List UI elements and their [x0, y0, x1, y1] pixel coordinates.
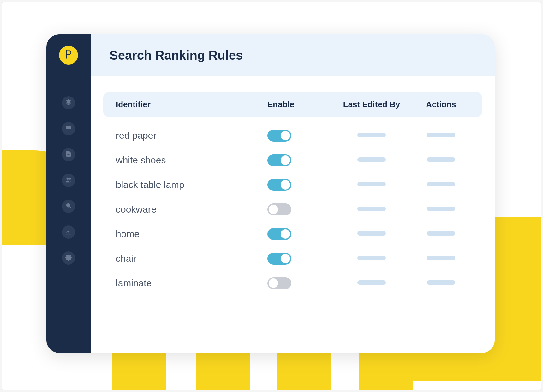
enable-cell	[267, 179, 331, 191]
placeholder-pill	[357, 280, 386, 285]
enable-toggle[interactable]	[267, 277, 291, 289]
placeholder-pill	[357, 207, 386, 211]
identifier-cell: red paper	[116, 130, 267, 141]
sidebar-item-analytics[interactable]	[62, 225, 75, 239]
enable-cell	[267, 154, 331, 166]
actions-cell	[413, 280, 469, 286]
column-header-enable: Enable	[267, 100, 331, 109]
sidebar	[46, 34, 91, 353]
enable-toggle[interactable]	[267, 228, 291, 240]
sidebar-item-settings[interactable]	[62, 251, 75, 265]
svg-rect-1	[66, 126, 71, 129]
users-icon	[65, 176, 72, 184]
svg-point-2	[67, 178, 69, 180]
last-edited-cell	[331, 157, 413, 163]
document-icon	[65, 150, 72, 159]
enable-toggle[interactable]	[267, 203, 291, 215]
sidebar-item-monitor[interactable]	[62, 122, 75, 135]
enable-cell	[267, 228, 331, 240]
toggle-knob	[281, 155, 290, 165]
monitor-icon	[65, 125, 72, 133]
placeholder-pill	[427, 231, 455, 236]
last-edited-cell	[331, 280, 413, 286]
page-title: Search Ranking Rules	[110, 48, 476, 62]
search-icon	[65, 202, 72, 210]
main-content: Search Ranking Rules Identifier Enable L…	[91, 34, 495, 353]
column-header-last-edited: Last Edited By	[331, 100, 413, 109]
enable-toggle[interactable]	[267, 179, 291, 191]
enable-cell	[267, 130, 331, 142]
sidebar-item-search[interactable]	[62, 200, 75, 213]
svg-point-4	[66, 203, 70, 208]
actions-cell	[413, 133, 469, 138]
placeholder-pill	[427, 280, 455, 285]
gear-icon	[65, 254, 72, 262]
placeholder-pill	[357, 256, 386, 260]
actions-cell	[413, 231, 469, 237]
placeholder-pill	[427, 256, 455, 260]
placeholder-pill	[357, 133, 386, 137]
toggle-knob	[281, 254, 290, 263]
table-row: red paper	[116, 123, 469, 148]
table-row: cookware	[116, 197, 469, 222]
placeholder-pill	[427, 182, 455, 186]
placeholder-pill	[357, 182, 386, 186]
toggle-knob	[281, 131, 290, 140]
last-edited-cell	[331, 256, 413, 261]
table-row: laminate	[116, 271, 469, 295]
svg-point-3	[69, 178, 71, 180]
last-edited-cell	[331, 207, 413, 212]
app-window: Search Ranking Rules Identifier Enable L…	[46, 34, 495, 353]
identifier-cell: cookware	[116, 204, 267, 215]
sidebar-item-layers[interactable]	[62, 96, 75, 109]
identifier-cell: white shoes	[116, 155, 267, 166]
enable-toggle[interactable]	[267, 253, 291, 265]
actions-cell	[413, 207, 469, 212]
page-header: Search Ranking Rules	[91, 34, 495, 76]
placeholder-pill	[357, 157, 386, 162]
actions-cell	[413, 256, 469, 261]
last-edited-cell	[331, 231, 413, 237]
table-row: white shoes	[116, 148, 469, 173]
enable-cell	[267, 203, 331, 215]
identifier-cell: home	[116, 229, 267, 239]
toggle-knob	[281, 180, 290, 190]
layers-icon	[65, 99, 72, 107]
sidebar-item-document[interactable]	[62, 148, 75, 161]
column-header-actions: Actions	[413, 100, 469, 109]
sidebar-item-users[interactable]	[62, 174, 75, 187]
logo-icon	[64, 50, 73, 61]
svg-point-0	[66, 50, 67, 52]
enable-toggle[interactable]	[267, 154, 291, 166]
placeholder-pill	[427, 157, 455, 162]
identifier-cell: black table lamp	[116, 179, 267, 190]
last-edited-cell	[331, 133, 413, 138]
last-edited-cell	[331, 182, 413, 188]
placeholder-pill	[427, 133, 455, 137]
actions-cell	[413, 157, 469, 163]
toggle-knob	[281, 229, 290, 239]
placeholder-pill	[357, 231, 386, 236]
table-row: black table lamp	[116, 173, 469, 197]
table-row: chair	[116, 246, 469, 271]
column-header-identifier: Identifier	[116, 100, 267, 109]
enable-toggle[interactable]	[267, 130, 291, 142]
identifier-cell: chair	[116, 253, 267, 264]
logo[interactable]	[59, 46, 78, 65]
table-body: red paperwhite shoesblack table lampcook…	[103, 117, 482, 295]
table-header-row: Identifier Enable Last Edited By Actions	[103, 92, 482, 117]
table-container: Identifier Enable Last Edited By Actions…	[91, 76, 495, 295]
actions-cell	[413, 182, 469, 188]
placeholder-pill	[427, 207, 455, 211]
outer-frame: Search Ranking Rules Identifier Enable L…	[2, 2, 541, 390]
identifier-cell: laminate	[116, 278, 267, 289]
toggle-knob	[269, 278, 278, 288]
enable-cell	[267, 253, 331, 265]
enable-cell	[267, 277, 331, 289]
toggle-knob	[269, 205, 278, 214]
analytics-icon	[65, 228, 72, 236]
table-row: home	[116, 222, 469, 246]
